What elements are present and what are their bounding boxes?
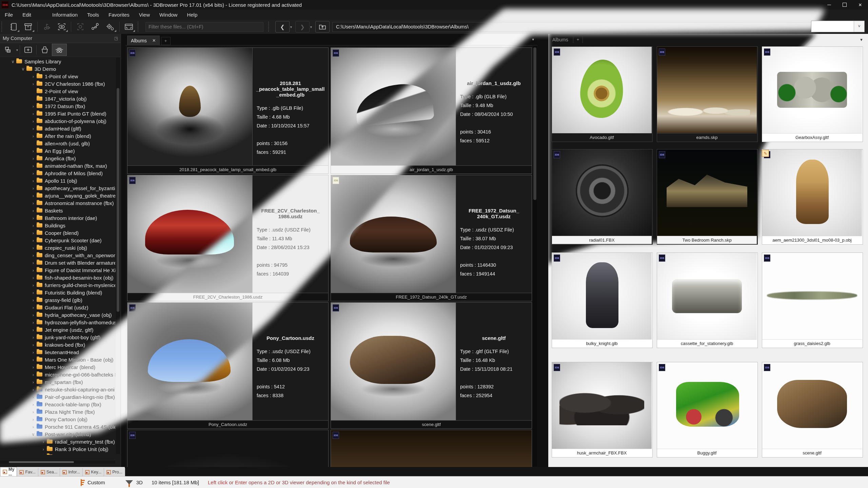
- close-button[interactable]: ✕: [852, 0, 868, 9]
- model-thumbnail[interactable]: 3DB: [657, 253, 757, 339]
- tree-view-button[interactable]: [1, 44, 16, 56]
- tree-item[interactable]: › ding_censer_with_an_openwork_: [0, 251, 115, 259]
- tree-item[interactable]: › 1995 Fiat Punto GT (blend): [0, 110, 115, 117]
- model-caption[interactable]: Two Bedroom Ranch.skp: [657, 236, 757, 244]
- model-caption[interactable]: Pony_Cartoon.usdz: [127, 420, 328, 428]
- quick-view-icon-button[interactable]: [54, 21, 69, 33]
- toolbar-grip[interactable]: [268, 22, 271, 32]
- model-thumbnail[interactable]: 3DB: [552, 47, 652, 133]
- album-thumbnail-cell[interactable]: 3DB bulky_knight.glb: [552, 252, 653, 348]
- tree-item[interactable]: › lieutenantHead: [0, 348, 115, 356]
- tree-item[interactable]: › Rank 3 Police Unit (obj): [0, 445, 115, 453]
- back-history-caret[interactable]: ▾: [290, 25, 292, 29]
- tree-item[interactable]: › arjuna__wayang_golek_theatre_p: [0, 192, 115, 199]
- model-caption[interactable]: air_jordan_1_usdz.glb: [331, 165, 532, 174]
- expander-icon[interactable]: ›: [31, 163, 36, 168]
- expander-icon[interactable]: ›: [31, 119, 36, 124]
- expander-icon[interactable]: ›: [31, 178, 36, 183]
- expander-icon[interactable]: ›: [31, 201, 36, 206]
- tree-item[interactable]: ∨ 3D Demo: [0, 65, 115, 73]
- expander-icon[interactable]: ›: [31, 186, 36, 191]
- tree-item[interactable]: › radial_symmetry_test (fbx): [0, 438, 115, 445]
- expander-icon[interactable]: ›: [31, 74, 36, 79]
- tree-item[interactable]: › Figure of Daoist Immortal He Xia: [0, 266, 115, 274]
- tree-item[interactable]: › Porsche 911 Carrera 4S 4S (blend: [0, 423, 115, 430]
- menu-item[interactable]: View: [134, 12, 155, 18]
- model-caption[interactable]: FREE_2CV_Charleston_1986.usdz: [127, 293, 328, 301]
- back-button[interactable]: ❮: [275, 21, 290, 33]
- main-vertical-scrollbar[interactable]: [533, 45, 537, 467]
- expander-icon[interactable]: ›: [31, 193, 36, 198]
- model-thumbnail[interactable]: 3DB: [657, 47, 757, 133]
- tree-item[interactable]: › 1-Point of view: [0, 73, 115, 80]
- expander-icon[interactable]: ›: [31, 268, 36, 273]
- model-thumbnail[interactable]: 3DB: [331, 430, 532, 467]
- tree-item[interactable]: › microphone-gxl-066-bafhcteks S: [0, 371, 115, 378]
- model-caption[interactable]: cassette_for_stationery.glb: [657, 339, 757, 347]
- custom-filter-label[interactable]: Custom: [87, 480, 105, 485]
- tree-item[interactable]: › 1972 Datsun (fbx): [0, 102, 115, 110]
- media-play-icon-button[interactable]: [39, 21, 54, 33]
- pin-panel-icon[interactable]: ◳: [114, 36, 118, 41]
- expander-icon[interactable]: ›: [31, 223, 36, 228]
- album-thumbnail-cell[interactable]: 3DB grass_daisies2.glb: [762, 252, 863, 348]
- expander-icon[interactable]: ›: [31, 312, 36, 318]
- expander-icon[interactable]: ›: [31, 104, 36, 109]
- path-input-light[interactable]: ˅: [811, 21, 865, 32]
- filter-funnel-icon[interactable]: [125, 480, 133, 485]
- album-thumbnail-cell[interactable]: 3DB GearboxAssy.gltf: [762, 46, 863, 142]
- model-caption[interactable]: bulky_knight.glb: [552, 339, 652, 347]
- sidebar-bottom-tab[interactable]: Key...: [83, 468, 104, 476]
- tree-horizontal-scrollbar[interactable]: [0, 461, 115, 464]
- tree-item[interactable]: › relief (obj): [0, 453, 115, 455]
- tree-item[interactable]: › Bathroom interior (dae): [0, 214, 115, 222]
- model-caption[interactable]: FREE_1972_Datsun_240k_GT.usdz: [331, 293, 532, 301]
- tree-item[interactable]: › Pony Cartoon (obj): [0, 415, 115, 423]
- expander-icon[interactable]: ›: [31, 357, 36, 362]
- lock-button[interactable]: [38, 44, 52, 56]
- tree-item[interactable]: allen+roth (usd, glb): [0, 140, 115, 147]
- tree-item[interactable]: › Apollo 11 (obj): [0, 177, 115, 184]
- tree-item[interactable]: › Plaza Night Time (fbx): [0, 408, 115, 415]
- expander-icon[interactable]: ›: [31, 409, 36, 414]
- tree-item[interactable]: › adamHead (gltf): [0, 125, 115, 132]
- expander-icon[interactable]: ›: [31, 283, 36, 288]
- tree-item[interactable]: › czepiec_ruski (obj): [0, 244, 115, 251]
- new-tab-button-right[interactable]: +: [573, 36, 583, 43]
- albums-icon-button[interactable]: [6, 21, 21, 33]
- tree-item[interactable]: › Astronomical monstrance (fbx): [0, 199, 115, 207]
- album-thumbnail-cell[interactable]: 3DB Avocado.gltf: [552, 46, 653, 142]
- album-thumbnail-cell[interactable]: 3DB radial01.FBX: [552, 149, 653, 245]
- tree-item[interactable]: › krakows-bed (fbx): [0, 341, 115, 348]
- tab-list-caret-icon[interactable]: ▼: [860, 38, 863, 42]
- share-icon-button[interactable]: [88, 21, 103, 33]
- tree-item[interactable]: › Pair-of-guardian-kings-nio (fbx): [0, 393, 115, 401]
- tree-item[interactable]: › grassy-field (glb): [0, 296, 115, 304]
- toolbar-grip[interactable]: [138, 22, 141, 32]
- expander-icon[interactable]: ›: [41, 447, 46, 452]
- expander-icon[interactable]: ›: [31, 342, 36, 347]
- window-icon-button[interactable]: [121, 21, 136, 33]
- model-caption[interactable]: 2018.281_peacock_table_lamp_small_embed.…: [127, 165, 328, 174]
- expander-icon[interactable]: ›: [31, 417, 36, 422]
- expander-icon[interactable]: ›: [31, 171, 36, 176]
- tree-item[interactable]: › netsuke-shoki-capturing-an-oni (: [0, 386, 115, 393]
- model-thumbnail[interactable]: 3DB: [552, 362, 652, 449]
- tree-item[interactable]: › Jet engine (usdz, gltf): [0, 326, 115, 333]
- model-caption[interactable]: Avocado.gltf: [552, 133, 652, 141]
- sidebar-bottom-tab[interactable]: Infor...: [60, 468, 83, 476]
- tree-view-caret[interactable]: ▾: [16, 48, 18, 52]
- model-card[interactable]: 3DB FREE_1972_Datsun_ 240k_GT.usdz Type …: [331, 175, 532, 301]
- tree-item[interactable]: › Merc Hovercar (blend): [0, 363, 115, 371]
- parent-folder-button[interactable]: [315, 21, 330, 33]
- tree-item[interactable]: › Cyberpunk Scooter (dae): [0, 237, 115, 244]
- model-caption[interactable]: scene.gltf: [331, 420, 532, 428]
- spy-incognito-button[interactable]: [52, 44, 67, 56]
- expander-icon[interactable]: ›: [31, 238, 36, 243]
- expander-icon[interactable]: ›: [31, 402, 36, 407]
- expander-icon[interactable]: ›: [31, 305, 36, 310]
- expander-icon[interactable]: ›: [31, 424, 36, 429]
- model-caption[interactable]: husk_armchair_FBX.FBX: [552, 449, 652, 457]
- album-thumbnail-cell[interactable]: 3DB husk_armchair_FBX.FBX: [552, 362, 653, 458]
- model-card[interactable]: 3DB 2018.281 _peacock_table_lamp_small_e…: [127, 47, 329, 174]
